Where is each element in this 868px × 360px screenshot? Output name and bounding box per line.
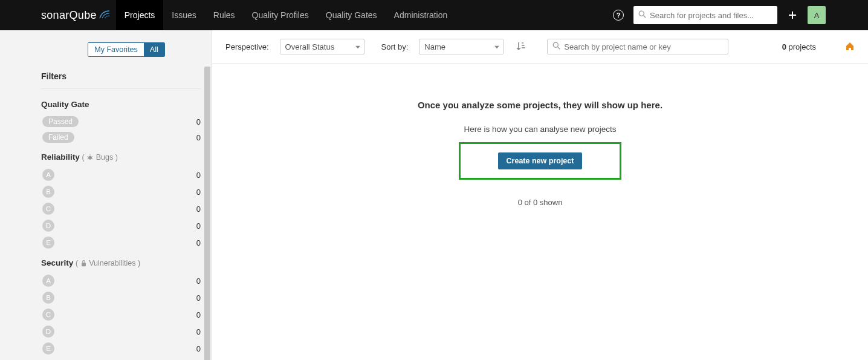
grade-count: 0 xyxy=(196,344,201,353)
count-passed: 0 xyxy=(196,117,201,126)
sort-select[interactable]: Name xyxy=(419,39,504,54)
toggle-my-favorites[interactable]: My Favorites xyxy=(88,43,144,56)
projects-count-label: projects xyxy=(786,42,816,51)
facet-quality-gate-title[interactable]: Quality Gate xyxy=(41,100,212,109)
grade-badge: E xyxy=(42,342,54,355)
chevron-down-icon xyxy=(494,42,499,51)
facet-security-title[interactable]: Security ( Vulnerabilities ) xyxy=(41,258,212,267)
svg-line-4 xyxy=(88,157,89,158)
logo-waves-icon xyxy=(99,9,110,22)
security-grade-a[interactable]: A0 xyxy=(41,273,212,288)
empty-heading: Once you analyze some projects, they wil… xyxy=(224,100,856,110)
perspective-label: Perspective: xyxy=(225,42,269,51)
sidebar: My Favorites All Filters Quality Gate Pa… xyxy=(0,30,212,360)
main-panel: Perspective: Overall Status Sort by: Nam… xyxy=(212,30,868,360)
reliability-subtitle: ( Bugs ) xyxy=(82,153,118,162)
reliability-grade-d[interactable]: D0 xyxy=(41,218,212,233)
reliability-grade-b[interactable]: B0 xyxy=(41,185,212,199)
help-icon[interactable]: ? xyxy=(613,10,624,21)
empty-subtext: Here is how you can analyse new projects xyxy=(224,125,856,134)
reliability-grade-e[interactable]: E0 xyxy=(41,235,212,250)
lock-icon xyxy=(80,260,87,267)
grade-count: 0 xyxy=(196,327,201,336)
search-icon xyxy=(638,10,646,20)
nav-quality-profiles[interactable]: Quality Profiles xyxy=(244,0,317,30)
svg-line-6 xyxy=(88,159,89,160)
grade-count: 0 xyxy=(196,310,201,319)
nav-items: Projects Issues Rules Quality Profiles Q… xyxy=(116,0,456,30)
security-grade-c[interactable]: C0 xyxy=(41,307,212,322)
grade-count: 0 xyxy=(196,188,201,197)
cta-highlight-box: Create new project xyxy=(459,142,622,180)
brand-text-a: sonar xyxy=(41,9,70,22)
toggle-all[interactable]: All xyxy=(144,43,164,56)
chevron-down-icon xyxy=(355,42,360,51)
projects-count: 0 projects xyxy=(782,42,816,51)
grade-badge: A xyxy=(42,275,54,287)
create-new-project-button[interactable]: Create new project xyxy=(498,152,583,169)
project-search[interactable] xyxy=(547,39,728,54)
reliability-grade-c[interactable]: C0 xyxy=(41,201,212,216)
favorites-toggle: My Favorites All xyxy=(88,42,164,57)
nav-rules[interactable]: Rules xyxy=(205,0,244,30)
global-search-input[interactable] xyxy=(650,11,772,20)
svg-line-5 xyxy=(91,157,92,158)
facet-reliability-title[interactable]: Reliability ( Bugs ) xyxy=(41,152,212,162)
brand-logo[interactable]: sonarQube xyxy=(41,9,110,22)
filters-header: Filters xyxy=(41,71,201,89)
grade-count: 0 xyxy=(196,221,201,231)
chip-failed: Failed xyxy=(42,132,74,143)
grade-badge: B xyxy=(42,186,54,198)
global-search[interactable] xyxy=(633,6,777,24)
grade-count: 0 xyxy=(196,171,201,180)
nav-issues[interactable]: Issues xyxy=(163,0,204,30)
sort-direction-button[interactable] xyxy=(514,41,528,53)
nav-projects[interactable]: Projects xyxy=(116,0,164,30)
svg-line-13 xyxy=(558,47,560,50)
security-grade-b[interactable]: B0 xyxy=(41,290,212,305)
bug-icon xyxy=(86,154,94,161)
shown-count: 0 of 0 shown xyxy=(224,198,856,207)
sort-asc-icon xyxy=(517,41,525,51)
count-failed: 0 xyxy=(196,133,201,142)
reliability-grade-a[interactable]: A0 xyxy=(41,168,212,182)
projects-count-num: 0 xyxy=(782,42,786,51)
perspective-value: Overall Status xyxy=(285,42,335,51)
brand-text-b: Qube xyxy=(70,9,97,22)
grade-badge: B xyxy=(42,292,54,304)
grade-count: 0 xyxy=(196,238,201,247)
grade-badge: C xyxy=(42,309,54,321)
top-nav: sonarQube Projects Issues Rules Quality … xyxy=(0,0,868,30)
grade-badge: A xyxy=(42,169,54,181)
sort-value: Name xyxy=(424,42,445,51)
facet-qg-passed[interactable]: Passed 0 xyxy=(41,115,212,128)
grade-count: 0 xyxy=(196,205,201,214)
grade-badge: C xyxy=(42,203,54,215)
nav-right: ? A xyxy=(613,6,868,24)
create-button[interactable] xyxy=(783,6,802,24)
svg-rect-8 xyxy=(82,263,86,266)
nav-administration[interactable]: Administration xyxy=(386,0,456,30)
reliability-title-text: Reliability xyxy=(41,152,80,162)
avatar[interactable]: A xyxy=(808,6,826,24)
home-button[interactable] xyxy=(845,41,855,53)
grade-badge: D xyxy=(42,220,54,232)
home-icon xyxy=(845,41,855,51)
security-grade-d[interactable]: D0 xyxy=(41,324,212,339)
reliability-sub-text: Bugs xyxy=(96,153,114,162)
perspective-select[interactable]: Overall Status xyxy=(280,39,364,54)
grade-count: 0 xyxy=(196,277,201,286)
grade-count: 0 xyxy=(196,293,201,303)
page-layout: My Favorites All Filters Quality Gate Pa… xyxy=(0,30,868,360)
sort-label: Sort by: xyxy=(381,42,409,51)
project-search-input[interactable] xyxy=(564,42,723,51)
grade-badge: E xyxy=(42,237,54,249)
nav-quality-gates[interactable]: Quality Gates xyxy=(317,0,386,30)
facet-qg-failed[interactable]: Failed 0 xyxy=(41,131,212,144)
sidebar-scrollbar[interactable] xyxy=(204,67,210,360)
security-sub-text: Vulnerabilities xyxy=(89,259,135,267)
security-grade-e[interactable]: E0 xyxy=(41,341,212,356)
projects-toolbar: Perspective: Overall Status Sort by: Nam… xyxy=(212,30,868,64)
svg-point-2 xyxy=(88,156,92,160)
favorites-toggle-row: My Favorites All xyxy=(41,42,212,57)
